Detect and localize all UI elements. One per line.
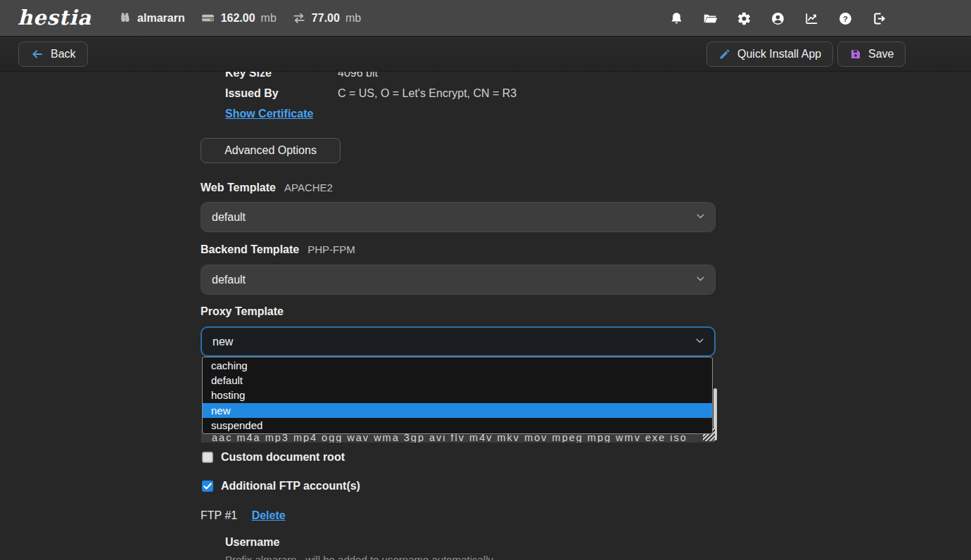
ftp-delete-link[interactable]: Delete: [252, 509, 286, 521]
proxy-template-option[interactable]: new: [203, 403, 712, 418]
bandwidth-unit: mb: [345, 12, 361, 25]
cert-key-size-row: Key Size 4096 bit: [225, 72, 272, 79]
cert-issued-by-row: Issued By C = US, O = Let's Encrypt, CN …: [225, 87, 279, 100]
quick-install-app-label: Quick Install App: [737, 48, 821, 61]
account-stats: almararn 162.00 mb: [118, 11, 361, 25]
bandwidth-stat[interactable]: 77.00 mb: [292, 11, 361, 25]
key-size-value: 4096 bit: [338, 72, 378, 79]
user-stat[interactable]: almararn: [118, 11, 185, 25]
web-template-value: default: [212, 211, 246, 224]
chevron-down-icon: [694, 272, 706, 287]
ftp-username-hint: Prefix almararn_ will be added to userna…: [225, 554, 493, 560]
chevron-down-icon: [694, 334, 706, 349]
save-button-label: Save: [868, 48, 894, 61]
bell-icon[interactable]: [669, 11, 684, 26]
web-template-label-row: Web TemplateAPACHE2: [201, 182, 333, 194]
header-icon-menu: ?: [669, 0, 887, 37]
binoculars-icon: [118, 11, 132, 25]
backend-template-value: default: [212, 274, 246, 286]
user-circle-icon[interactable]: [770, 11, 785, 26]
transfer-arrows-icon: [292, 11, 306, 25]
action-toolbar: Back Quick Install App Save: [0, 37, 971, 72]
issued-by-label: Issued By: [225, 87, 279, 99]
proxy-template-value: new: [212, 336, 233, 348]
proxy-template-listbox: cachingdefaulthostingnewsuspended: [202, 357, 713, 434]
proxy-template-option[interactable]: default: [203, 373, 712, 388]
proxy-template-label-row: Proxy Template: [201, 305, 284, 318]
hestia-control-panel: hestia almararn: [0, 0, 971, 560]
edit-web-domain-form: Key Size 4096 bit Issued By C = US, O = …: [0, 72, 971, 560]
custom-docroot-checkbox[interactable]: [202, 452, 213, 463]
ftp-username-label: Username: [225, 536, 279, 549]
custom-docroot-row: Custom document root: [202, 451, 345, 464]
gear-icon[interactable]: [737, 11, 751, 26]
additional-ftp-row: Additional FTP account(s): [202, 480, 360, 492]
proxy-template-label: Proxy Template: [201, 305, 284, 317]
disk-usage-stat[interactable]: 162.00 mb: [201, 11, 277, 25]
backend-template-label-row: Backend TemplatePHP-FPM: [201, 243, 355, 256]
username-text: almararn: [137, 12, 185, 25]
key-size-label: Key Size: [225, 72, 272, 79]
pencil-icon: [718, 48, 731, 61]
chart-icon[interactable]: [804, 11, 819, 26]
backend-template-hint: PHP-FPM: [307, 243, 355, 255]
help-icon[interactable]: ?: [838, 11, 853, 26]
advanced-options-label: Advanced Options: [224, 144, 317, 157]
additional-ftp-checkbox[interactable]: [202, 481, 213, 492]
hard-drive-icon: [201, 11, 215, 25]
svg-text:?: ?: [843, 14, 848, 23]
backend-template-label: Backend Template: [201, 243, 299, 255]
proxy-template-select[interactable]: new: [201, 326, 716, 357]
show-certificate-link[interactable]: Show Certificate: [225, 108, 313, 120]
proxy-template-option[interactable]: caching: [203, 358, 712, 373]
top-header-bar: hestia almararn: [0, 0, 971, 37]
custom-docroot-label: Custom document root: [221, 451, 345, 464]
back-button[interactable]: Back: [18, 42, 88, 67]
logout-icon[interactable]: [872, 11, 887, 26]
hestia-logo[interactable]: hestia: [18, 8, 91, 28]
chevron-down-icon: [694, 210, 706, 224]
proxy-template-option[interactable]: suspended: [203, 418, 712, 433]
quick-install-app-button[interactable]: Quick Install App: [706, 42, 833, 67]
backend-template-select[interactable]: default: [201, 265, 716, 295]
advanced-options-button[interactable]: Advanced Options: [201, 138, 341, 163]
floppy-save-icon: [849, 48, 862, 61]
issued-by-value: C = US, O = Let's Encrypt, CN = R3: [338, 87, 516, 100]
web-template-select[interactable]: default: [201, 202, 716, 232]
back-arrow-icon: [30, 47, 44, 61]
folder-icon[interactable]: [703, 11, 718, 26]
proxy-template-option[interactable]: hosting: [203, 388, 712, 402]
bandwidth-value: 77.00: [312, 12, 340, 25]
ftp-account-title: FTP #1: [201, 509, 237, 521]
ftp-account-header: FTP #1 Delete: [201, 509, 286, 522]
disk-usage-unit: mb: [261, 12, 277, 25]
back-button-label: Back: [51, 48, 76, 61]
web-template-hint: APACHE2: [284, 182, 333, 193]
additional-ftp-label: Additional FTP account(s): [221, 480, 360, 492]
disk-usage-value: 162.00: [221, 12, 255, 25]
save-button[interactable]: Save: [837, 42, 906, 67]
web-template-label: Web Template: [201, 182, 276, 193]
